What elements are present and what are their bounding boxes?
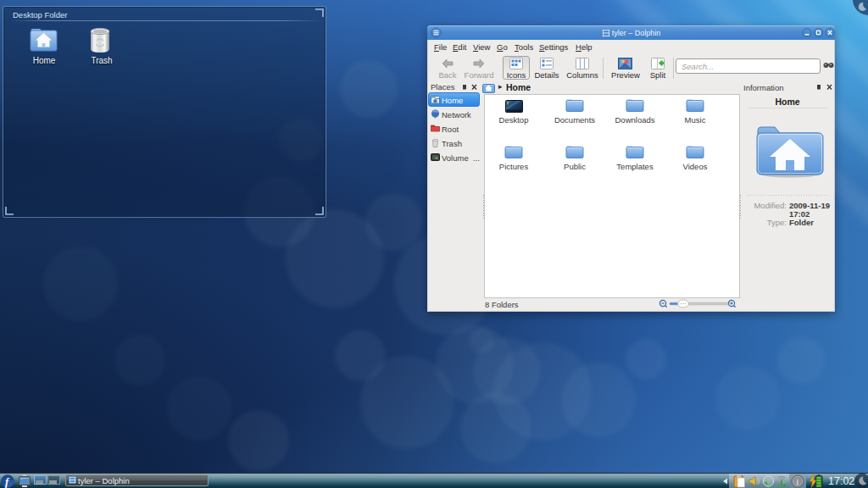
svg-text:i: i	[796, 476, 798, 486]
